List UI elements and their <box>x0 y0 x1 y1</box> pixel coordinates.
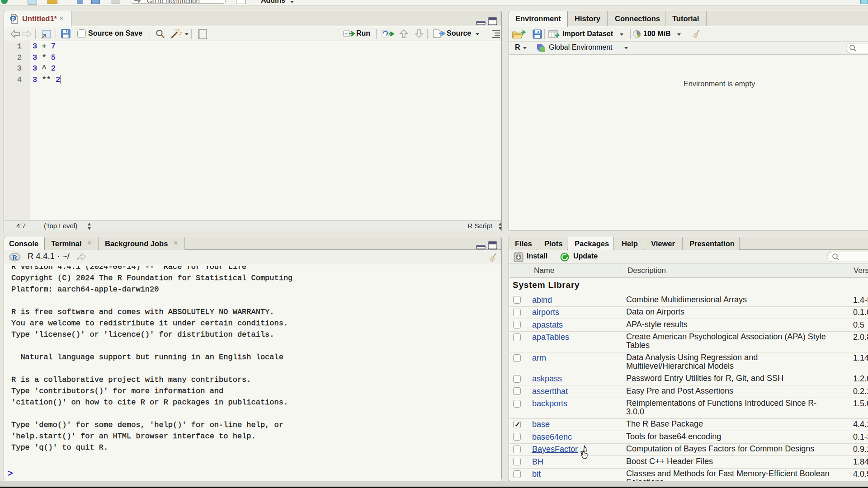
svg-text:R: R <box>11 17 15 22</box>
svg-text:R: R <box>12 254 18 262</box>
